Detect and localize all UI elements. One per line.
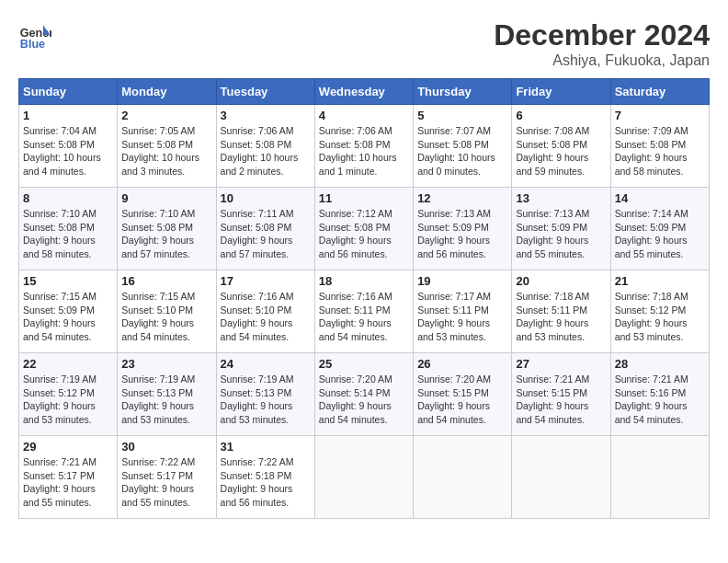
day-info: Sunrise: 7:07 AM Sunset: 5:08 PM Dayligh… [417,124,507,178]
day-info: Sunrise: 7:06 AM Sunset: 5:08 PM Dayligh… [319,124,409,178]
calendar-cell: 26Sunrise: 7:20 AM Sunset: 5:15 PM Dayli… [414,353,512,436]
day-info: Sunrise: 7:16 AM Sunset: 5:10 PM Dayligh… [221,290,311,344]
day-info: Sunrise: 7:13 AM Sunset: 5:09 PM Dayligh… [516,207,606,261]
calendar-cell [314,436,413,519]
calendar-cell: 14Sunrise: 7:14 AM Sunset: 5:09 PM Dayli… [610,188,709,270]
calendar-cell: 17Sunrise: 7:16 AM Sunset: 5:10 PM Dayli… [216,270,314,353]
day-number: 20 [516,274,606,288]
day-info: Sunrise: 7:21 AM Sunset: 5:17 PM Dayligh… [23,455,113,510]
day-number: 15 [23,274,113,288]
day-info: Sunrise: 7:20 AM Sunset: 5:15 PM Dayligh… [417,373,507,427]
day-info: Sunrise: 7:10 AM Sunset: 5:08 PM Dayligh… [23,207,113,261]
day-number: 4 [319,109,409,122]
weekday-header: Thursday [414,79,512,105]
calendar-cell: 27Sunrise: 7:21 AM Sunset: 5:15 PM Dayli… [512,353,610,436]
calendar-cell: 20Sunrise: 7:18 AM Sunset: 5:11 PM Dayli… [512,270,610,353]
day-number: 27 [516,357,606,371]
day-number: 3 [221,109,311,122]
day-info: Sunrise: 7:14 AM Sunset: 5:09 PM Dayligh… [615,207,705,261]
day-number: 31 [221,440,311,454]
weekday-header: Tuesday [216,79,314,105]
calendar-cell: 13Sunrise: 7:13 AM Sunset: 5:09 PM Dayli… [512,188,610,270]
calendar-cell: 16Sunrise: 7:15 AM Sunset: 5:10 PM Dayli… [118,270,216,353]
day-number: 29 [23,440,113,454]
calendar-cell [610,436,709,519]
day-info: Sunrise: 7:11 AM Sunset: 5:08 PM Dayligh… [221,207,311,261]
day-info: Sunrise: 7:19 AM Sunset: 5:12 PM Dayligh… [23,373,113,427]
day-info: Sunrise: 7:09 AM Sunset: 5:08 PM Dayligh… [615,124,705,178]
day-number: 21 [615,274,705,288]
day-number: 8 [23,191,113,205]
day-number: 13 [516,191,606,205]
calendar-cell: 29Sunrise: 7:21 AM Sunset: 5:17 PM Dayli… [19,436,118,519]
calendar-cell: 24Sunrise: 7:19 AM Sunset: 5:13 PM Dayli… [216,353,314,436]
day-info: Sunrise: 7:08 AM Sunset: 5:08 PM Dayligh… [516,124,606,178]
calendar-cell: 5Sunrise: 7:07 AM Sunset: 5:08 PM Daylig… [414,105,512,188]
calendar-week-row: 29Sunrise: 7:21 AM Sunset: 5:17 PM Dayli… [19,436,710,519]
weekday-header: Friday [512,79,610,105]
title-area: December 2024 Ashiya, Fukuoka, Japan [494,18,710,69]
day-info: Sunrise: 7:20 AM Sunset: 5:14 PM Dayligh… [319,373,409,427]
calendar-cell [414,436,512,519]
calendar-cell: 2Sunrise: 7:05 AM Sunset: 5:08 PM Daylig… [118,105,216,188]
day-info: Sunrise: 7:05 AM Sunset: 5:08 PM Dayligh… [121,124,211,178]
day-number: 5 [417,109,507,122]
calendar-week-row: 1Sunrise: 7:04 AM Sunset: 5:08 PM Daylig… [19,105,710,188]
calendar-cell: 25Sunrise: 7:20 AM Sunset: 5:14 PM Dayli… [314,353,413,436]
day-info: Sunrise: 7:19 AM Sunset: 5:13 PM Dayligh… [221,373,311,427]
calendar-cell: 15Sunrise: 7:15 AM Sunset: 5:09 PM Dayli… [19,270,118,353]
calendar-cell: 23Sunrise: 7:19 AM Sunset: 5:13 PM Dayli… [118,353,216,436]
calendar-table: SundayMondayTuesdayWednesdayThursdayFrid… [18,78,710,519]
day-info: Sunrise: 7:12 AM Sunset: 5:08 PM Dayligh… [319,207,409,261]
day-number: 11 [319,191,409,205]
calendar-cell: 3Sunrise: 7:06 AM Sunset: 5:08 PM Daylig… [216,105,314,188]
day-info: Sunrise: 7:18 AM Sunset: 5:11 PM Dayligh… [516,290,606,344]
calendar-week-row: 22Sunrise: 7:19 AM Sunset: 5:12 PM Dayli… [19,353,710,436]
calendar-header-row: SundayMondayTuesdayWednesdayThursdayFrid… [19,79,710,105]
day-number: 24 [221,357,311,371]
calendar-cell: 1Sunrise: 7:04 AM Sunset: 5:08 PM Daylig… [19,105,118,188]
calendar-cell: 10Sunrise: 7:11 AM Sunset: 5:08 PM Dayli… [216,188,314,270]
location-title: Ashiya, Fukuoka, Japan [494,52,710,69]
calendar-cell [512,436,610,519]
day-info: Sunrise: 7:16 AM Sunset: 5:11 PM Dayligh… [319,290,409,344]
day-number: 6 [516,109,606,122]
weekday-header: Wednesday [314,79,413,105]
calendar-cell: 12Sunrise: 7:13 AM Sunset: 5:09 PM Dayli… [414,188,512,270]
day-info: Sunrise: 7:21 AM Sunset: 5:16 PM Dayligh… [615,373,705,427]
day-number: 19 [417,274,507,288]
calendar-cell: 19Sunrise: 7:17 AM Sunset: 5:11 PM Dayli… [414,270,512,353]
calendar-cell: 18Sunrise: 7:16 AM Sunset: 5:11 PM Dayli… [314,270,413,353]
day-number: 28 [615,357,705,371]
day-number: 1 [23,109,113,122]
calendar-cell: 21Sunrise: 7:18 AM Sunset: 5:12 PM Dayli… [610,270,709,353]
day-info: Sunrise: 7:19 AM Sunset: 5:13 PM Dayligh… [121,373,211,427]
day-number: 26 [417,357,507,371]
day-number: 23 [121,357,211,371]
calendar-cell: 22Sunrise: 7:19 AM Sunset: 5:12 PM Dayli… [19,353,118,436]
day-number: 22 [23,357,113,371]
day-number: 16 [121,274,211,288]
day-number: 7 [615,109,705,122]
day-info: Sunrise: 7:15 AM Sunset: 5:09 PM Dayligh… [23,290,113,344]
calendar-cell: 11Sunrise: 7:12 AM Sunset: 5:08 PM Dayli… [314,188,413,270]
calendar-cell: 7Sunrise: 7:09 AM Sunset: 5:08 PM Daylig… [610,105,709,188]
svg-text:Blue: Blue [20,38,45,51]
day-info: Sunrise: 7:18 AM Sunset: 5:12 PM Dayligh… [615,290,705,344]
day-number: 9 [121,191,211,205]
calendar-cell: 30Sunrise: 7:22 AM Sunset: 5:17 PM Dayli… [118,436,216,519]
page-header: General Blue December 2024 Ashiya, Fukuo… [18,18,710,69]
calendar-cell: 6Sunrise: 7:08 AM Sunset: 5:08 PM Daylig… [512,105,610,188]
day-info: Sunrise: 7:21 AM Sunset: 5:15 PM Dayligh… [516,373,606,427]
weekday-header: Monday [118,79,216,105]
calendar-cell: 28Sunrise: 7:21 AM Sunset: 5:16 PM Dayli… [610,353,709,436]
day-number: 18 [319,274,409,288]
day-number: 25 [319,357,409,371]
day-number: 17 [221,274,311,288]
calendar-week-row: 15Sunrise: 7:15 AM Sunset: 5:09 PM Dayli… [19,270,710,353]
day-info: Sunrise: 7:06 AM Sunset: 5:08 PM Dayligh… [221,124,311,178]
calendar-cell: 8Sunrise: 7:10 AM Sunset: 5:08 PM Daylig… [19,188,118,270]
calendar-cell: 9Sunrise: 7:10 AM Sunset: 5:08 PM Daylig… [118,188,216,270]
day-number: 14 [615,191,705,205]
day-info: Sunrise: 7:04 AM Sunset: 5:08 PM Dayligh… [23,124,113,178]
